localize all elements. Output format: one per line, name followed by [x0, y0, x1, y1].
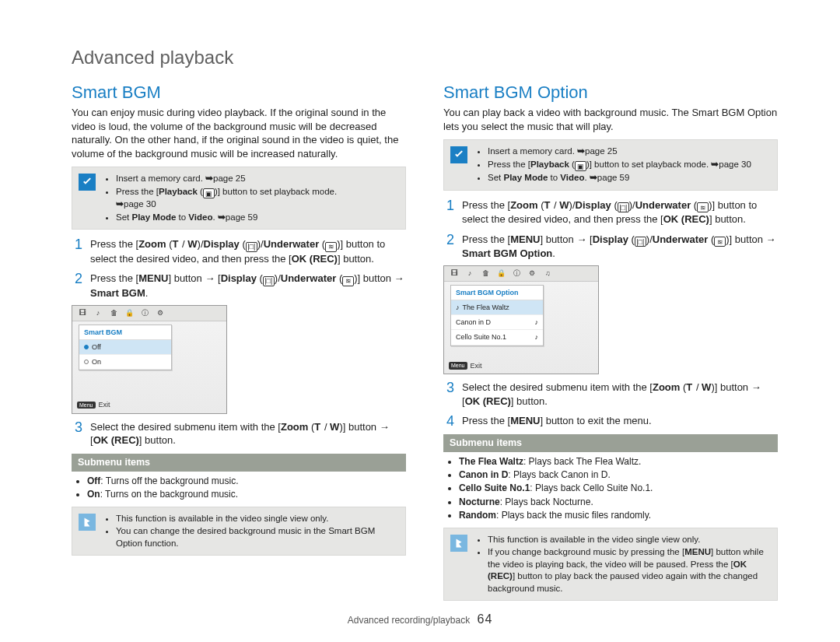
left-column: Smart BGM You can enjoy music during vid…	[72, 81, 406, 609]
prereq-list: Insert a memory card. ➥page 25 Press the…	[475, 145, 751, 185]
lcd-menu-title: Smart BGM	[79, 325, 171, 340]
step: 2 Press the [MENU] button → [Display (|□…	[443, 233, 778, 261]
lcd-screenshot-smart-bgm-option: 🎞 ♪ 🗑 🔒 ⓘ ⚙ ♫ Smart BGM Option ♪The Flea…	[443, 265, 599, 374]
steps-list: 1 Press the [Zoom (T / W)/Display (|□|)/…	[443, 198, 778, 261]
lock-icon: 🔒	[124, 307, 135, 318]
step-number: 4	[443, 414, 454, 428]
step: 3 Select the desired submenu item with t…	[72, 420, 406, 447]
note-icon	[79, 514, 96, 531]
note-item: This function is available in the video …	[116, 513, 399, 525]
prereq-box: Insert a memory card. ➥page 25 Press the…	[72, 167, 406, 230]
steps-list: 3 Select the desired submenu item with t…	[72, 420, 406, 447]
display-icon: |□|	[263, 276, 275, 286]
prereq-item: Insert a memory card. ➥page 25	[116, 173, 337, 185]
underwater-icon: ≋	[342, 276, 354, 286]
note-item: This function is available in the video …	[488, 534, 771, 546]
underwater-icon: ≋	[325, 242, 337, 252]
submenu-heading: Submenu items	[72, 454, 406, 472]
lcd-exit: Menu Exit	[77, 400, 110, 409]
display-icon: |□|	[246, 242, 257, 252]
step: 1 Press the [Zoom (T / W)/Display (|□|)/…	[443, 198, 778, 226]
submenu-item: Random: Plays back the music files rando…	[459, 509, 778, 521]
note-icon: ♫	[542, 268, 553, 279]
page-title: Advanced playback	[72, 45, 778, 70]
lcd-menu: Smart BGM Off On	[79, 325, 172, 370]
gear-icon: ⚙	[527, 268, 537, 279]
page-number: 64	[477, 612, 492, 626]
film-icon: 🎞	[449, 268, 460, 279]
submenu-item: Cello Suite No.1: Plays back Cello Suite…	[459, 482, 778, 494]
playback-icon: ▣	[575, 161, 586, 171]
submenu-item: On: Turns on the background music.	[87, 488, 406, 500]
step-number: 2	[72, 272, 82, 300]
lcd-menu-item: ♪The Flea Waltz	[451, 300, 543, 315]
section-heading-smart-bgm-option: Smart BGM Option	[443, 81, 778, 104]
prereq-list: Insert a memory card. ➥page 25 Press the…	[103, 172, 337, 224]
lcd-exit: Menu Exit	[449, 361, 482, 370]
submenu-list: The Flea Waltz: Plays back The Flea Walt…	[443, 455, 778, 521]
smart-bgm-option-intro: You can play back a video with backgroun…	[443, 106, 778, 133]
note-icon	[450, 535, 467, 552]
note-item: You can change the desired background mu…	[116, 525, 399, 549]
lock-icon: 🔒	[495, 268, 506, 279]
submenu-heading: Submenu items	[443, 434, 778, 452]
step: 2 Press the [MENU] button → [Display (|□…	[72, 272, 406, 300]
two-column-layout: Smart BGM You can enjoy music during vid…	[72, 81, 778, 609]
prereq-item: Set Play Mode to Video. ➥page 59	[116, 212, 337, 224]
steps-list: 1 Press the [Zoom (T / W)/Display (|□|)/…	[72, 237, 406, 300]
prereq-item: Insert a memory card. ➥page 25	[488, 146, 751, 158]
step-body: Select the desired submenu item with the…	[462, 381, 778, 408]
step-body: Press the [Zoom (T / W)/Display (|□|)/Un…	[90, 237, 406, 265]
lcd-menu-title: Smart BGM Option	[451, 286, 543, 300]
step: 3 Select the desired submenu item with t…	[443, 381, 778, 408]
right-column: Smart BGM Option You can play back a vid…	[443, 81, 778, 609]
music-icon: ♪	[464, 268, 475, 279]
steps-list: 3 Select the desired submenu item with t…	[443, 381, 778, 428]
page-footer: Advanced recording/playback 64	[0, 611, 840, 628]
trash-icon: 🗑	[480, 268, 491, 279]
prereq-box: Insert a memory card. ➥page 25 Press the…	[443, 139, 778, 191]
submenu-list: Off: Turns off the background music. On:…	[72, 475, 406, 500]
step-number: 3	[72, 420, 82, 447]
gear-icon: ⚙	[155, 307, 166, 318]
check-icon	[450, 146, 467, 163]
trash-icon: 🗑	[108, 307, 119, 318]
info-icon: ⓘ	[139, 307, 150, 318]
lcd-menu: Smart BGM Option ♪The Flea Waltz Canon i…	[450, 285, 544, 346]
lcd-topbar: 🎞 ♪ 🗑 🔒 ⓘ ⚙ ♫	[444, 266, 598, 282]
step-body: Press the [MENU] button to exit the menu…	[462, 414, 778, 428]
lcd-menu-item: On	[79, 355, 171, 370]
step-number: 1	[443, 198, 454, 226]
note-box: This function is available in the video …	[72, 507, 406, 556]
film-icon: 🎞	[77, 307, 88, 318]
prereq-item: Press the [Playback (▣)] button to set p…	[116, 186, 337, 211]
step: 1 Press the [Zoom (T / W)/Display (|□|)/…	[72, 237, 406, 265]
manual-page: Advanced playback Smart BGM You can enjo…	[0, 0, 840, 642]
step: 4 Press the [MENU] button to exit the me…	[443, 414, 778, 428]
display-icon: |□|	[618, 202, 629, 212]
section-heading-smart-bgm: Smart BGM	[72, 81, 406, 104]
lcd-menu-item: Cello Suite No.1♪	[451, 330, 543, 345]
submenu-item: Off: Turns off the background music.	[87, 475, 406, 487]
prereq-item: Press the [Playback (▣)] button to set p…	[488, 159, 751, 172]
underwater-icon: ≋	[697, 202, 709, 212]
smart-bgm-intro: You can enjoy music during video playbac…	[72, 106, 406, 160]
step-body: Press the [MENU] button → [Display (|□|)…	[462, 233, 778, 261]
lcd-topbar: 🎞 ♪ 🗑 🔒 ⓘ ⚙	[72, 306, 226, 321]
playback-icon: ▣	[203, 188, 215, 198]
menu-badge: Menu	[77, 402, 96, 409]
step-body: Press the [MENU] button → [Display (|□|)…	[90, 272, 406, 300]
footer-label: Advanced recording/playback	[348, 615, 470, 626]
menu-badge: Menu	[449, 362, 467, 369]
submenu-item: Canon in D: Plays back Canon in D.	[459, 468, 778, 481]
lcd-screenshot-smart-bgm: 🎞 ♪ 🗑 🔒 ⓘ ⚙ Smart BGM Off On Menu Exit	[72, 305, 227, 414]
step-number: 2	[443, 233, 454, 261]
submenu-item: The Flea Waltz: Plays back The Flea Walt…	[459, 455, 778, 468]
check-icon	[79, 174, 96, 191]
underwater-icon: ≋	[714, 237, 726, 247]
step-number: 1	[72, 237, 82, 265]
note-list: This function is available in the video …	[475, 533, 771, 596]
step-body: Press the [Zoom (T / W)/Display (|□|)/Un…	[462, 198, 778, 226]
lcd-menu-item: Off	[79, 340, 171, 355]
lcd-menu-item: Canon in D♪	[451, 315, 543, 330]
